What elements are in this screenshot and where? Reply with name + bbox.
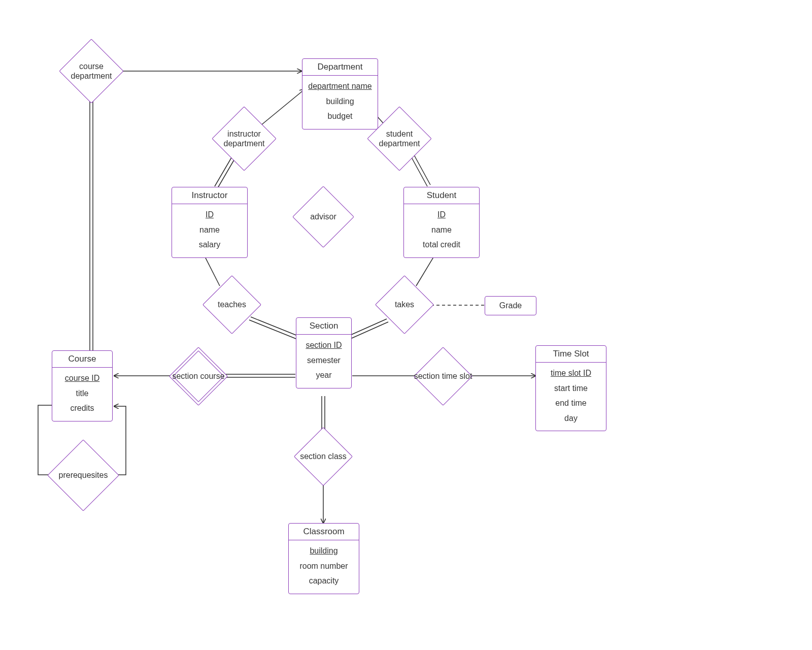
rel-section-time-slot: section time slot: [422, 355, 464, 397]
entity-attr: semester: [301, 353, 346, 368]
rel-prerequisites: prerequesites: [58, 450, 109, 501]
rel-advisor: advisor: [301, 195, 345, 239]
entity-attr: end time: [541, 396, 601, 411]
entity-title: Section: [296, 318, 351, 335]
rel-section-class: section class: [302, 436, 344, 477]
entity-attr: credits: [57, 401, 107, 416]
entity-attr: name: [409, 222, 474, 238]
entity-attr: building: [308, 94, 373, 109]
entity-title: Student: [404, 187, 479, 204]
entity-department: Department department name building budg…: [302, 58, 378, 129]
svg-line-11: [251, 317, 297, 336]
er-diagram-canvas: Department department name building budg…: [0, 0, 812, 650]
rel-student-department: student department: [377, 116, 422, 161]
rel-attribute-grade: Grade: [485, 296, 536, 315]
entity-section: Section section ID semester year: [296, 317, 352, 388]
entity-attr: year: [301, 368, 346, 383]
rel-course-department: course department: [69, 48, 114, 94]
entity-title: Department: [302, 59, 378, 76]
entity-classroom: Classroom building room number capacity: [288, 523, 359, 594]
entity-student: Student ID name total credit: [403, 187, 480, 258]
entity-key: building: [294, 543, 354, 559]
entity-key: department name: [308, 79, 373, 94]
svg-line-10: [249, 320, 296, 339]
entity-title: Instructor: [172, 187, 247, 204]
entity-attr: salary: [177, 237, 242, 252]
entity-title: Course: [52, 351, 112, 368]
entity-instructor: Instructor ID name salary: [172, 187, 248, 258]
entity-key: course ID: [57, 371, 107, 386]
rel-section-course: section course: [178, 355, 219, 397]
entity-attr: title: [57, 386, 107, 401]
entity-attr: budget: [308, 109, 373, 124]
entity-attr: day: [541, 411, 601, 426]
rel-teaches: teaches: [211, 284, 253, 326]
entity-timeslot: Time Slot time slot ID start time end ti…: [535, 345, 606, 431]
entity-title: Time Slot: [536, 346, 606, 363]
svg-line-13: [350, 319, 387, 335]
entity-course: Course course ID title credits: [52, 350, 113, 421]
entity-attr: capacity: [294, 573, 354, 589]
svg-line-9: [204, 254, 220, 286]
entity-key: section ID: [301, 338, 346, 353]
rel-instructor-department: instructor department: [221, 116, 267, 161]
svg-line-12: [416, 254, 435, 286]
svg-line-14: [352, 322, 388, 338]
entity-attr: total credit: [409, 237, 474, 252]
entity-attr: name: [177, 222, 242, 238]
entity-key: time slot ID: [541, 366, 601, 381]
entity-attr: room number: [294, 559, 354, 574]
entity-key: ID: [177, 207, 242, 222]
rel-attribute-label: Grade: [499, 301, 522, 310]
entity-attr: start time: [541, 381, 601, 396]
rel-takes: takes: [384, 284, 425, 326]
entity-title: Classroom: [289, 524, 359, 540]
entity-key: ID: [409, 207, 474, 222]
